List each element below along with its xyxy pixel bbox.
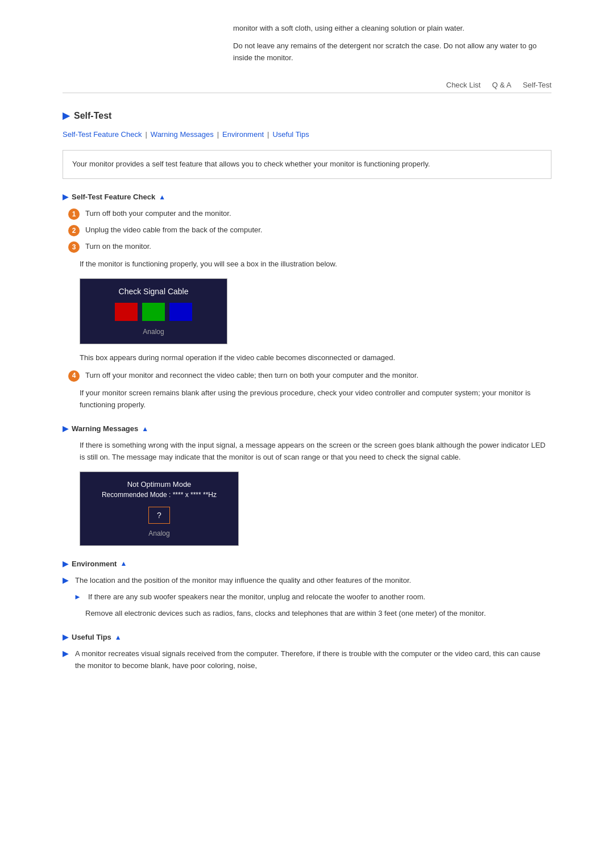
useful-icon: ▶ [63,633,68,641]
warning-section: ▶ Warning Messages ▲ If there is somethi… [63,424,551,546]
breadcrumb-useful[interactable]: Useful Tips [272,130,309,139]
color-block-blue [169,303,192,321]
signal-box-analog: Analog [89,328,218,336]
self-test-triangle: ▲ [159,193,165,201]
self-test-steps: 1 Turn off both your computer and the mo… [68,208,551,253]
step-4: 4 Turn off your monitor and reconnect th… [68,370,551,382]
after-box-text: This box appears during normal operation… [80,352,551,364]
warning-text: If there is something wrong with the inp… [80,440,551,464]
step-2-number: 2 [68,225,80,236]
not-optimum-text: Not Optimum Mode [89,480,229,489]
env-bullet-icon: ▶ [63,575,68,587]
environment-triangle: ▲ [120,560,127,567]
step-1-text: Turn off both your computer and the moni… [85,208,231,220]
step-2-text: Unplug the video cable from the back of … [85,224,262,236]
self-test-header: ▶ Self-Test Feature Check ▲ [63,193,551,201]
environment-header: ▶ Environment ▲ [63,560,551,568]
warning-display-box: Not Optimum Mode Recommended Mode : ****… [80,471,239,546]
breadcrumb-sep3: | [267,130,269,139]
signal-cable-box: Check Signal Cable Analog [80,278,227,344]
step-3-text: Turn on the monitor. [85,241,151,253]
environment-bullet: ▶ The location and the position of the m… [63,575,551,587]
step-3-sub: If the monitor is functioning properly, … [80,258,551,270]
useful-text: A monitor recreates visual signals recei… [75,648,551,672]
useful-tips-header: ▶ Useful Tips ▲ [63,633,551,641]
environment-section: ▶ Environment ▲ ▶ The location and the p… [63,560,551,619]
useful-bullet: ▶ A monitor recreates visual signals rec… [63,648,551,672]
warning-analog: Analog [89,529,229,537]
step-3-number: 3 [68,241,80,253]
breadcrumb: Self-Test Feature Check | Warning Messag… [63,130,551,139]
useful-bullet-icon: ▶ [63,648,68,660]
nav-bar: Check List Q & A Self-Test [63,81,551,93]
section-title-block: ▶ Self-Test [63,110,551,121]
top-text-line1: monitor with a soft cloth, using either … [233,23,551,35]
arrow-icon-1: ► [74,591,81,603]
step-4-sub: If your monitor screen remains blank aft… [80,387,551,411]
environment-title: Environment [72,560,117,568]
useful-triangle: ▲ [115,633,122,641]
step-2: 2 Unplug the video cable from the back o… [68,224,551,236]
info-box-text: Your monitor provides a self test featur… [72,160,430,168]
step-1-number: 1 [68,208,80,220]
env-sub-bullets: ► If there are any sub woofer speakers n… [74,591,551,620]
color-block-green [142,303,165,321]
top-text-line2: Do not leave any remains of the detergen… [233,40,551,64]
nav-selftest[interactable]: Self-Test [522,81,551,89]
step-4-number: 4 [68,370,80,382]
top-text-block: monitor with a soft cloth, using either … [233,23,551,64]
color-block-red [115,303,138,321]
step-1: 1 Turn off both your computer and the mo… [68,208,551,220]
warning-title: Warning Messages [72,424,138,433]
breadcrumb-selftest[interactable]: Self-Test Feature Check [63,130,142,139]
breadcrumb-warning[interactable]: Warning Messages [151,130,214,139]
color-blocks [89,303,218,321]
self-test-title: Self-Test Feature Check [72,193,155,201]
warning-triangle: ▲ [142,425,148,433]
nav-qa[interactable]: Q & A [492,81,511,89]
environment-text: The location and the position of the mon… [75,575,411,587]
breadcrumb-sep1: | [145,130,147,139]
page-title: Self-Test [74,111,111,121]
breadcrumb-sep2: | [217,130,219,139]
nav-checklist[interactable]: Check List [446,81,481,89]
breadcrumb-environment[interactable]: Environment [222,130,264,139]
env-subbullet-2-text: Remove all electronic devices such as ra… [85,609,486,617]
environment-icon: ▶ [63,560,68,568]
info-box: Your monitor provides a self test featur… [63,150,551,179]
warning-header: ▶ Warning Messages ▲ [63,424,551,433]
step-3: 3 Turn on the monitor. [68,241,551,253]
question-mark: ? [148,507,170,524]
warning-icon: ▶ [63,424,68,433]
env-subbullet-1-text: If there are any sub woofer speakers nea… [88,591,425,603]
env-subbullet-2: Remove all electronic devices such as ra… [85,608,551,620]
env-subbullet-1: ► If there are any sub woofer speakers n… [74,591,551,603]
rec-mode-text: Recommended Mode : **** x **** **Hz [89,491,229,499]
step-4-block: 4 Turn off your monitor and reconnect th… [68,370,551,382]
section-icon-d: ▶ [63,110,69,121]
step-4-text: Turn off your monitor and reconnect the … [85,370,418,382]
useful-tips-section: ▶ Useful Tips ▲ ▶ A monitor recreates vi… [63,633,551,672]
self-test-section: ▶ Self-Test Feature Check ▲ 1 Turn off b… [63,193,551,411]
signal-box-title: Check Signal Cable [89,287,218,296]
self-test-icon: ▶ [63,193,68,201]
useful-title: Useful Tips [72,633,111,641]
